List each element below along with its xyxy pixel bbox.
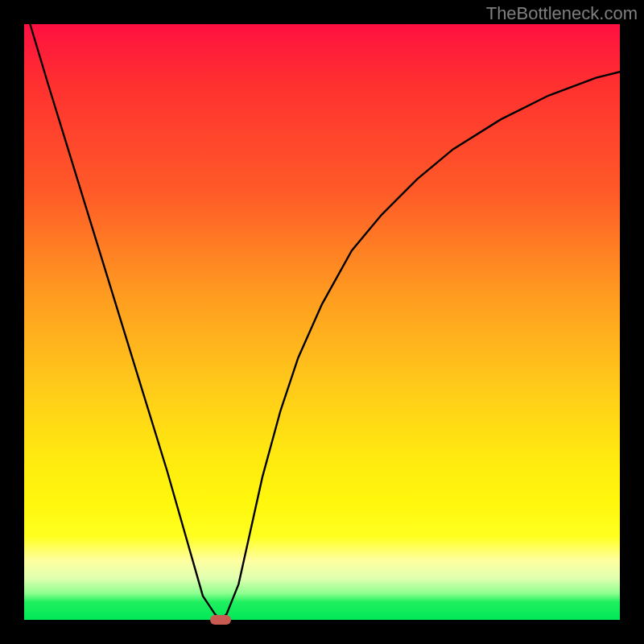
plot-area bbox=[24, 24, 620, 620]
chart-frame: TheBottleneck.com bbox=[0, 0, 644, 644]
curve-path bbox=[30, 24, 620, 620]
curve-svg bbox=[24, 24, 620, 620]
minimum-marker bbox=[210, 615, 231, 625]
watermark-text: TheBottleneck.com bbox=[486, 3, 638, 24]
